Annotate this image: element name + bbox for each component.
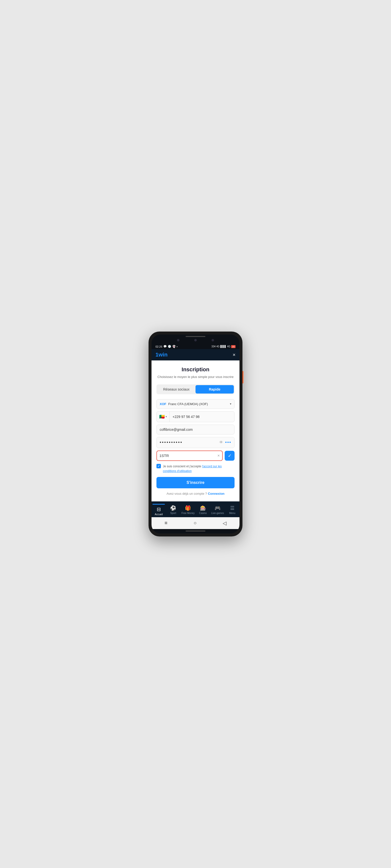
nav-item-casino[interactable]: 🎰 Casino [197, 505, 209, 515]
gift-icon: 🎁 [185, 505, 191, 511]
controller-icon: 🎮 [215, 505, 221, 511]
hamburger-nav-icon[interactable]: ≡ [165, 520, 168, 526]
front-camera [177, 339, 179, 341]
top-notch [151, 335, 240, 338]
chevron-down-icon: ▾ [230, 402, 231, 406]
camera-row [151, 338, 240, 343]
casino-icon: 🎰 [200, 505, 206, 511]
login-row: Avez-vous déjà un compte ? Connexion [157, 492, 234, 495]
modal-title: Inscription [157, 366, 234, 373]
promo-code-input[interactable] [160, 454, 218, 458]
tab-social[interactable]: Réseaux sociaux [157, 385, 196, 394]
promo-clear-button[interactable]: × [218, 454, 220, 458]
bottom-bar [151, 529, 240, 533]
flag-selector[interactable]: 🇧🇯 ▾ [157, 411, 170, 422]
checkmark-icon: ✓ [228, 453, 231, 459]
nav-label-sport: Sport [170, 512, 176, 515]
options-icon[interactable]: ••• [225, 440, 231, 445]
status-right: 334 4G ▋▋▋ 4G 15 [212, 345, 235, 348]
nav-item-accueil[interactable]: ⊟ Accueil [152, 504, 165, 516]
bottom-nav: ⊟ Accueil ⚽ Sport 🎁 Free Money 🎰 Casino … [151, 501, 240, 517]
login-link[interactable]: Connexion [208, 492, 224, 495]
sport-icon: ⚽ [170, 505, 176, 511]
email-input[interactable] [157, 425, 234, 434]
login-text: Avez-vous déjà un compte ? [167, 492, 207, 495]
nav-label-live-games: Live-games [211, 512, 224, 515]
nav-label-menu: Menu [229, 512, 235, 515]
time-display: 02:26 [156, 345, 162, 348]
promo-row: × ✓ [157, 451, 234, 461]
notch-handle [186, 336, 205, 337]
modal-subtitle: Choisissez le moyen le plus simple pour … [157, 375, 234, 379]
register-button[interactable]: S'inscrire [157, 477, 234, 488]
data-speed: 334 [212, 345, 216, 348]
registration-modal: Inscription Choisissez le moyen le plus … [151, 361, 240, 501]
system-nav: ≡ ○ ◁ [151, 517, 240, 529]
currency-name: Franc CFA (UEMOA) (XOF) [168, 402, 230, 406]
terms-text-container: Je suis conscient et j'accepte l'accord … [163, 464, 234, 473]
status-bar: 02:26 💬 🕐 👻 • 334 4G ▋▋▋ 4G 15 [151, 343, 240, 349]
active-indicator [152, 504, 165, 505]
terms-row: ✓ Je suis conscient et j'accepte l'accor… [157, 464, 234, 473]
whatsapp-icon: 💬 [163, 345, 167, 348]
phone-input-container: 🇧🇯 ▾ [157, 411, 234, 422]
password-dots: •••••••••• [160, 440, 219, 445]
back-nav-icon[interactable]: ◁ [223, 520, 226, 526]
promo-input-wrapper: × [157, 451, 223, 461]
password-form-group: •••••••••• 👁 ••• [157, 437, 234, 448]
phone-form-group: 🇧🇯 ▾ [157, 411, 234, 422]
email-form-group [157, 425, 234, 434]
promo-form-group: × ✓ [157, 451, 234, 461]
speaker [194, 339, 197, 341]
currency-form-group: XOF Franc CFA (UEMOA) (XOF) ▾ [157, 399, 234, 409]
eye-icon[interactable]: 👁 [219, 440, 223, 445]
checkmark-icon: ✓ [158, 464, 160, 468]
nav-item-menu[interactable]: ☰ Menu [226, 505, 239, 515]
terms-text: Je suis conscient et j'accepte [163, 465, 202, 468]
terms-checkbox[interactable]: ✓ [157, 464, 161, 468]
country-flag: 🇧🇯 [159, 414, 165, 420]
currency-code: XOF [160, 402, 166, 406]
nav-item-free-money[interactable]: 🎁 Free Money [181, 505, 195, 515]
phone-device: 02:26 💬 🕐 👻 • 334 4G ▋▋▋ 4G 15 1win × [148, 332, 243, 536]
home-nav-icon[interactable]: ○ [194, 520, 196, 526]
currency-select[interactable]: XOF Franc CFA (UEMOA) (XOF) ▾ [157, 399, 234, 409]
nav-item-sport[interactable]: ⚽ Sport [167, 505, 179, 515]
password-input-container: •••••••••• 👁 ••• [157, 437, 234, 448]
tab-quick[interactable]: Rapide [196, 385, 234, 394]
signal-bars: ▋▋▋ [220, 345, 226, 348]
tab-row: Réseaux sociaux Rapide [157, 384, 234, 394]
clock-icon: 🕐 [168, 345, 171, 348]
phone-screen: 02:26 💬 🕐 👻 • 334 4G ▋▋▋ 4G 15 1win × [151, 335, 240, 533]
battery-icon: 15 [231, 345, 235, 348]
app-header: 1win × [151, 349, 240, 361]
status-left: 02:26 💬 🕐 👻 • [156, 345, 177, 348]
home-icon: ⊟ [157, 506, 161, 512]
dot-icon: • [177, 345, 178, 348]
nav-label-casino: Casino [199, 512, 206, 515]
phone-number-input[interactable] [170, 412, 234, 422]
close-button[interactable]: × [232, 352, 235, 358]
menu-icon: ☰ [230, 505, 234, 511]
snapchat-icon: 👻 [172, 345, 176, 348]
bottom-handle [186, 530, 205, 531]
network-type: 4G [216, 345, 220, 348]
nav-label-accueil: Accueil [155, 513, 163, 516]
sensor [212, 339, 214, 341]
app-logo: 1win [156, 351, 168, 358]
nav-item-live-games[interactable]: 🎮 Live-games [211, 505, 224, 515]
nav-label-free-money: Free Money [181, 512, 195, 515]
promo-confirm-button[interactable]: ✓ [225, 451, 234, 461]
flag-chevron-icon: ▾ [166, 415, 167, 418]
network-type2: 4G [227, 345, 230, 348]
